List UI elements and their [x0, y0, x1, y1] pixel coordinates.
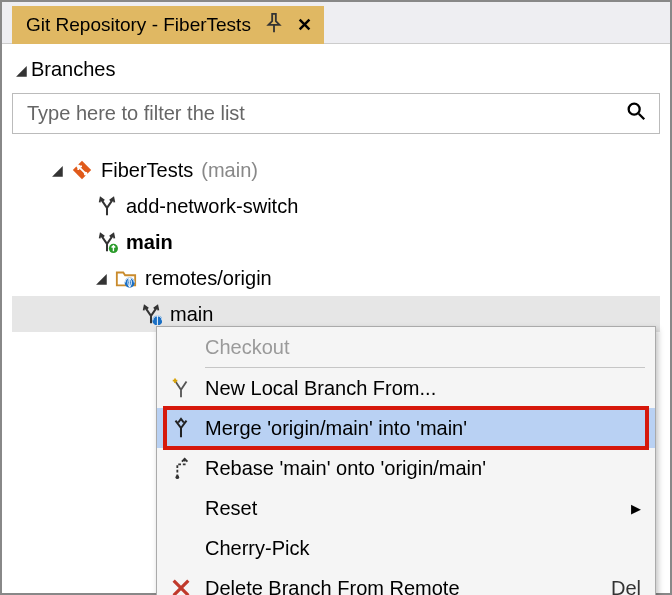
tab-git-repository[interactable]: Git Repository - FiberTests ✕: [12, 6, 324, 44]
context-menu: Checkout New Local Branch From... Merge …: [156, 326, 656, 595]
panel-body: ◢ Branches ◢ FiberTests (main) add-netwo…: [2, 44, 670, 342]
current-branch-suffix: (main): [201, 159, 258, 182]
expander-icon: ◢: [52, 162, 63, 178]
branch-add-network-switch[interactable]: add-network-switch: [12, 188, 660, 224]
ctx-reset[interactable]: Reset ▶: [157, 488, 655, 528]
ctx-new-local-branch[interactable]: New Local Branch From...: [157, 368, 655, 408]
submenu-arrow-icon: ▶: [631, 501, 641, 516]
branch-label: add-network-switch: [126, 195, 298, 218]
tab-strip: Git Repository - FiberTests ✕: [2, 2, 670, 44]
close-icon[interactable]: ✕: [293, 14, 316, 36]
branch-tree: ◢ FiberTests (main) add-network-switch m…: [12, 152, 660, 332]
ctx-merge[interactable]: Merge 'origin/main' into 'main': [157, 408, 655, 448]
branch-main[interactable]: main: [12, 224, 660, 260]
rebase-icon: [157, 457, 205, 479]
remotes-origin-node[interactable]: ◢ remotes/origin: [12, 260, 660, 296]
branch-current-icon: [96, 231, 118, 253]
svg-point-2: [77, 165, 81, 169]
svg-point-7: [176, 475, 180, 479]
svg-point-0: [629, 104, 640, 115]
branch-label: main: [126, 231, 173, 254]
branches-section-header[interactable]: ◢ Branches: [12, 58, 660, 81]
remotes-label: remotes/origin: [145, 267, 272, 290]
branch-icon: [96, 195, 118, 217]
merge-icon: [157, 417, 205, 439]
ctx-cherry-pick[interactable]: Cherry-Pick: [157, 528, 655, 568]
repo-node[interactable]: ◢ FiberTests (main): [12, 152, 660, 188]
search-icon[interactable]: [625, 100, 647, 127]
branch-filter-input[interactable]: [25, 101, 625, 126]
new-branch-icon: [157, 377, 205, 399]
svg-point-3: [84, 172, 88, 176]
repo-name: FiberTests: [101, 159, 193, 182]
remote-folder-icon: [115, 267, 137, 289]
branch-label: main: [170, 303, 213, 326]
expander-icon: ◢: [96, 270, 107, 286]
branch-filter-box[interactable]: [12, 93, 660, 134]
expander-icon: ◢: [16, 62, 27, 78]
ctx-rebase[interactable]: Rebase 'main' onto 'origin/main': [157, 448, 655, 488]
remote-branch-icon: [140, 303, 162, 325]
section-title: Branches: [31, 58, 116, 81]
git-repo-icon: [71, 159, 93, 181]
ctx-delete-remote-branch[interactable]: Delete Branch From Remote Del: [157, 568, 655, 595]
git-repository-panel: Git Repository - FiberTests ✕ ◢ Branches…: [0, 0, 672, 595]
pin-icon[interactable]: [263, 12, 285, 38]
shortcut-label: Del: [611, 577, 655, 596]
tab-title: Git Repository - FiberTests: [26, 14, 251, 36]
delete-icon: [157, 577, 205, 595]
ctx-checkout: Checkout: [157, 327, 655, 367]
